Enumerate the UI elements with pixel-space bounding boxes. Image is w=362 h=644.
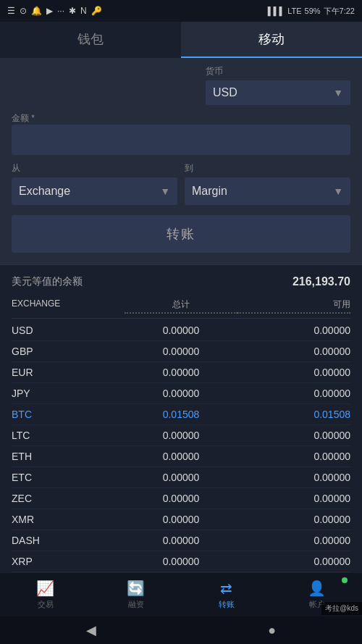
td-total: 0.00000 <box>125 556 237 567</box>
th-available: 可用 <box>237 298 350 314</box>
td-available: 0.00000 <box>237 493 350 504</box>
td-available: 0.00000 <box>237 514 350 525</box>
menu-icon: ☰ <box>7 6 15 16</box>
table-row: ETH 0.00000 0.00000 <box>12 446 350 467</box>
nfc-icon: N <box>80 6 87 16</box>
table-row: JPY 0.00000 0.00000 <box>12 383 350 404</box>
table-row: GBP 0.00000 0.00000 <box>12 341 350 362</box>
currency-dropdown[interactable]: USD ▼ <box>206 80 350 105</box>
from-group: 从 Exchange ▼ <box>12 162 177 205</box>
td-currency: JPY <box>12 388 125 399</box>
table-row: LTC 0.00000 0.00000 <box>12 425 350 446</box>
amount-input[interactable] <box>12 125 350 155</box>
from-label: 从 <box>12 162 177 175</box>
td-available: 0.00000 <box>237 472 350 483</box>
nav-transfer[interactable]: ⇄ 转账 <box>181 573 272 616</box>
to-dropdown-arrow: ▼ <box>333 185 343 197</box>
android-bar: ◀ ● 考拉@kds <box>0 616 362 644</box>
amount-label: 金额 * <box>12 113 35 123</box>
transfer-btn-wrap: 转账 <box>12 215 350 253</box>
table-section: EXCHANGE 总计 可用 USD 0.00000 0.00000 GBP 0… <box>0 294 362 572</box>
table-row: ZEC 0.00000 0.00000 <box>12 488 350 509</box>
to-dropdown[interactable]: Margin ▼ <box>185 177 350 205</box>
balance-section: 美元等值的余额 216,193.70 <box>0 264 362 294</box>
td-total: 0.00000 <box>125 388 237 399</box>
trade-icon: 📈 <box>36 580 54 597</box>
th-exchange: EXCHANGE <box>12 298 125 314</box>
table-row: DASH 0.00000 0.00000 <box>12 530 350 551</box>
balance-value: 216,193.70 <box>292 275 350 288</box>
transfer-label: 转账 <box>219 599 235 610</box>
trade-label: 交易 <box>38 599 54 610</box>
td-total: 0.00000 <box>125 325 237 336</box>
td-available: 0.00000 <box>237 346 350 357</box>
lte-text: LTE <box>287 7 301 15</box>
back-button[interactable]: ◀ <box>86 622 96 638</box>
td-available: 0.00000 <box>237 388 350 399</box>
td-total: 0.00000 <box>125 472 237 483</box>
td-total: 0.01508 <box>125 409 237 420</box>
td-available: 0.01508 <box>237 409 350 420</box>
tab-wallet[interactable]: 钱包 <box>0 22 181 58</box>
td-currency: EUR <box>12 367 125 378</box>
table-row: XMR 0.00000 0.00000 <box>12 509 350 530</box>
td-total: 0.00000 <box>125 451 237 462</box>
nav-fund[interactable]: 🔄 融资 <box>90 573 181 616</box>
td-total: 0.00000 <box>125 346 237 357</box>
form-section: 货币 USD ▼ 金额 * 从 Exchange ▼ 到 Margin ▼ <box>0 58 362 264</box>
td-available: 0.00000 <box>237 430 350 441</box>
td-currency: DASH <box>12 535 125 546</box>
battery-text: 59% <box>305 7 321 15</box>
th-total: 总计 <box>125 298 237 314</box>
currency-field-group: 货币 USD ▼ <box>206 65 350 105</box>
nav-trade[interactable]: 📈 交易 <box>0 573 90 616</box>
home-button[interactable]: ● <box>268 623 276 638</box>
td-currency: BTC <box>12 409 125 420</box>
tab-mobile[interactable]: 移动 <box>181 22 362 58</box>
fund-icon: 🔄 <box>127 580 145 597</box>
top-tabs: 钱包 移动 <box>0 22 362 58</box>
td-available: 0.00000 <box>237 535 350 546</box>
td-currency: XMR <box>12 514 125 525</box>
from-dropdown-arrow: ▼ <box>160 185 170 197</box>
account-online-dot <box>342 577 348 583</box>
key-icon: 🔑 <box>91 6 102 16</box>
table-row: EUR 0.00000 0.00000 <box>12 362 350 383</box>
transfer-button[interactable]: 转账 <box>12 215 350 253</box>
td-currency: ETC <box>12 472 125 483</box>
td-currency: XRP <box>12 556 125 567</box>
account-icon: 👤 <box>308 580 326 597</box>
td-available: 0.00000 <box>237 367 350 378</box>
td-currency: USD <box>12 325 125 336</box>
td-currency: ZEC <box>12 493 125 504</box>
bottom-nav: 📈 交易 🔄 融资 ⇄ 转账 👤 帐户 <box>0 573 362 616</box>
td-total: 0.00000 <box>125 493 237 504</box>
table-row: USD 0.00000 0.00000 <box>12 320 350 341</box>
from-dropdown[interactable]: Exchange ▼ <box>12 177 177 205</box>
status-right: ▌▌▌ LTE 59% 下午7:22 <box>268 6 355 17</box>
td-total: 0.00000 <box>125 514 237 525</box>
signal-icon: ▌▌▌ <box>268 7 285 15</box>
balance-label: 美元等值的余额 <box>12 275 83 288</box>
amount-row: 金额 * <box>12 111 350 155</box>
fund-label: 融资 <box>128 599 144 610</box>
time-text: 下午7:22 <box>324 6 355 17</box>
table-body: USD 0.00000 0.00000 GBP 0.00000 0.00000 … <box>12 320 350 572</box>
td-total: 0.00000 <box>125 535 237 546</box>
status-bar: ☰ ⊙ 🔔 ▶ ··· ✱ N 🔑 ▌▌▌ LTE 59% 下午7:22 <box>0 0 362 22</box>
transfer-icon: ⇄ <box>220 580 232 597</box>
to-group: 到 Margin ▼ <box>185 162 350 205</box>
currency-label: 货币 <box>206 65 350 78</box>
brand-badge: 考拉@kds <box>321 602 362 615</box>
from-value: Exchange <box>19 185 70 198</box>
bluetooth-icon: ✱ <box>69 6 76 16</box>
currency-value: USD <box>213 86 237 99</box>
play-icon: ▶ <box>46 6 53 16</box>
table-row: ETC 0.00000 0.00000 <box>12 467 350 488</box>
td-available: 0.00000 <box>237 451 350 462</box>
td-currency: GBP <box>12 346 125 357</box>
more-icon: ··· <box>57 6 64 16</box>
table-row: XRP 0.00000 0.00000 <box>12 551 350 572</box>
td-currency: LTC <box>12 430 125 441</box>
td-total: 0.00000 <box>125 367 237 378</box>
